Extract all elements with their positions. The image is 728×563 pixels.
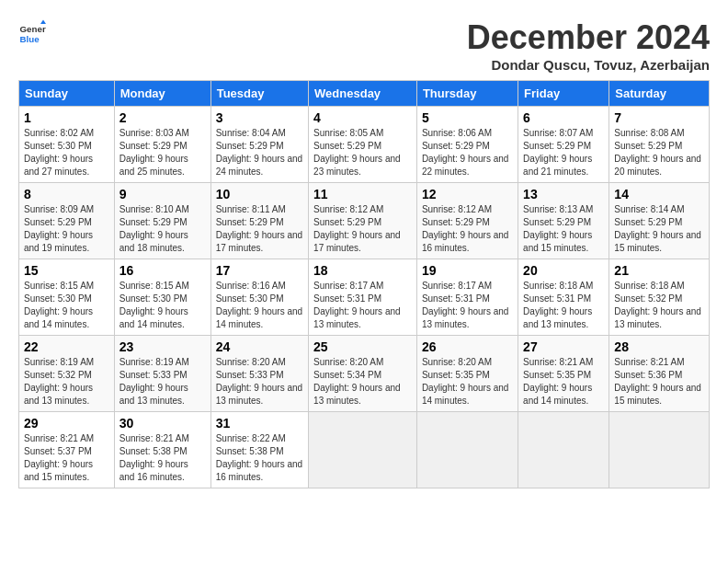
calendar-cell: 22Sunrise: 8:19 AMSunset: 5:32 PMDayligh… (19, 336, 115, 412)
day-info: Sunrise: 8:18 AMSunset: 5:32 PMDaylight:… (614, 280, 704, 331)
calendar-cell: 10Sunrise: 8:11 AMSunset: 5:29 PMDayligh… (210, 183, 308, 259)
calendar-cell: 7Sunrise: 8:08 AMSunset: 5:29 PMDaylight… (609, 107, 710, 183)
calendar-cell: 8Sunrise: 8:09 AMSunset: 5:29 PMDaylight… (19, 183, 115, 259)
calendar-cell: 19Sunrise: 8:17 AMSunset: 5:31 PMDayligh… (416, 259, 518, 336)
calendar-cell: 16Sunrise: 8:15 AMSunset: 5:30 PMDayligh… (114, 259, 210, 336)
calendar-cell: 29Sunrise: 8:21 AMSunset: 5:37 PMDayligh… (19, 412, 115, 488)
calendar-cell: 12Sunrise: 8:12 AMSunset: 5:29 PMDayligh… (416, 183, 518, 259)
day-info: Sunrise: 8:22 AMSunset: 5:38 PMDaylight:… (216, 432, 303, 484)
day-number: 18 (313, 263, 412, 278)
day-number: 14 (614, 187, 704, 201)
day-number: 31 (216, 416, 303, 431)
day-number: 28 (614, 339, 704, 354)
day-number: 23 (119, 339, 206, 354)
svg-text:Blue: Blue (20, 34, 40, 44)
header: General Blue December 2024 Dondar Quscu,… (18, 18, 710, 73)
day-number: 9 (119, 187, 206, 201)
day-info: Sunrise: 8:02 AMSunset: 5:30 PMDaylight:… (24, 127, 109, 178)
logo-icon: General Blue (18, 18, 46, 46)
calendar-cell: 4Sunrise: 8:05 AMSunset: 5:29 PMDaylight… (309, 107, 417, 183)
calendar-cell: 27Sunrise: 8:21 AMSunset: 5:35 PMDayligh… (518, 336, 609, 412)
calendar-week-1: 1Sunrise: 8:02 AMSunset: 5:30 PMDaylight… (19, 107, 710, 183)
day-info: Sunrise: 8:06 AMSunset: 5:29 PMDaylight:… (422, 127, 513, 178)
calendar-cell: 15Sunrise: 8:15 AMSunset: 5:30 PMDayligh… (19, 259, 115, 336)
day-info: Sunrise: 8:12 AMSunset: 5:29 PMDaylight:… (313, 203, 412, 255)
day-number: 30 (119, 416, 206, 431)
day-header-thursday: Thursday (416, 81, 518, 107)
day-number: 21 (614, 263, 704, 278)
calendar-header-row: SundayMondayTuesdayWednesdayThursdayFrid… (19, 81, 710, 107)
day-number: 15 (24, 263, 109, 278)
svg-text:General: General (20, 24, 47, 34)
day-info: Sunrise: 8:19 AMSunset: 5:33 PMDaylight:… (119, 356, 206, 408)
calendar-cell: 21Sunrise: 8:18 AMSunset: 5:32 PMDayligh… (609, 259, 710, 336)
logo: General Blue (18, 18, 46, 46)
day-header-friday: Friday (518, 81, 609, 107)
day-number: 5 (422, 110, 513, 125)
day-number: 7 (614, 110, 704, 125)
day-header-wednesday: Wednesday (309, 81, 417, 107)
day-number: 1 (24, 110, 109, 125)
calendar-cell: 25Sunrise: 8:20 AMSunset: 5:34 PMDayligh… (309, 336, 417, 412)
day-info: Sunrise: 8:13 AMSunset: 5:29 PMDaylight:… (523, 203, 604, 255)
day-number: 12 (422, 187, 513, 201)
calendar-cell (518, 412, 609, 488)
day-number: 10 (216, 187, 303, 201)
day-info: Sunrise: 8:21 AMSunset: 5:38 PMDaylight:… (119, 432, 206, 484)
day-header-tuesday: Tuesday (210, 81, 308, 107)
day-info: Sunrise: 8:21 AMSunset: 5:37 PMDaylight:… (24, 432, 109, 484)
calendar-cell: 6Sunrise: 8:07 AMSunset: 5:29 PMDaylight… (518, 107, 609, 183)
day-number: 20 (523, 263, 604, 278)
day-number: 3 (216, 110, 303, 125)
calendar-week-3: 15Sunrise: 8:15 AMSunset: 5:30 PMDayligh… (19, 259, 710, 336)
day-number: 6 (523, 110, 604, 125)
day-number: 24 (216, 339, 303, 354)
day-info: Sunrise: 8:16 AMSunset: 5:30 PMDaylight:… (216, 280, 303, 331)
day-info: Sunrise: 8:17 AMSunset: 5:31 PMDaylight:… (313, 280, 412, 331)
day-number: 4 (313, 110, 412, 125)
day-number: 13 (523, 187, 604, 201)
day-number: 25 (313, 339, 412, 354)
day-number: 27 (523, 339, 604, 354)
day-header-saturday: Saturday (609, 81, 710, 107)
day-info: Sunrise: 8:04 AMSunset: 5:29 PMDaylight:… (216, 127, 303, 178)
title-area: December 2024 Dondar Quscu, Tovuz, Azerb… (467, 18, 710, 73)
day-info: Sunrise: 8:10 AMSunset: 5:29 PMDaylight:… (119, 203, 206, 255)
calendar-cell: 11Sunrise: 8:12 AMSunset: 5:29 PMDayligh… (309, 183, 417, 259)
day-info: Sunrise: 8:07 AMSunset: 5:29 PMDaylight:… (523, 127, 604, 178)
calendar-cell: 14Sunrise: 8:14 AMSunset: 5:29 PMDayligh… (609, 183, 710, 259)
calendar-cell: 23Sunrise: 8:19 AMSunset: 5:33 PMDayligh… (114, 336, 210, 412)
day-info: Sunrise: 8:05 AMSunset: 5:29 PMDaylight:… (313, 127, 412, 178)
calendar-cell (309, 412, 417, 488)
day-number: 16 (119, 263, 206, 278)
day-info: Sunrise: 8:21 AMSunset: 5:35 PMDaylight:… (523, 356, 604, 408)
calendar-cell: 30Sunrise: 8:21 AMSunset: 5:38 PMDayligh… (114, 412, 210, 488)
day-number: 26 (422, 339, 513, 354)
calendar-cell: 28Sunrise: 8:21 AMSunset: 5:36 PMDayligh… (609, 336, 710, 412)
subtitle: Dondar Quscu, Tovuz, Azerbaijan (467, 57, 710, 73)
month-title: December 2024 (467, 18, 710, 57)
day-number: 19 (422, 263, 513, 278)
calendar-cell: 31Sunrise: 8:22 AMSunset: 5:38 PMDayligh… (210, 412, 308, 488)
calendar-cell: 9Sunrise: 8:10 AMSunset: 5:29 PMDaylight… (114, 183, 210, 259)
day-info: Sunrise: 8:20 AMSunset: 5:34 PMDaylight:… (313, 356, 412, 408)
day-info: Sunrise: 8:03 AMSunset: 5:29 PMDaylight:… (119, 127, 206, 178)
day-number: 2 (119, 110, 206, 125)
day-info: Sunrise: 8:20 AMSunset: 5:35 PMDaylight:… (422, 356, 513, 408)
svg-marker-2 (40, 20, 46, 25)
day-info: Sunrise: 8:12 AMSunset: 5:29 PMDaylight:… (422, 203, 513, 255)
day-header-monday: Monday (114, 81, 210, 107)
calendar-cell: 13Sunrise: 8:13 AMSunset: 5:29 PMDayligh… (518, 183, 609, 259)
day-info: Sunrise: 8:08 AMSunset: 5:29 PMDaylight:… (614, 127, 704, 178)
day-number: 8 (24, 187, 109, 201)
day-info: Sunrise: 8:18 AMSunset: 5:31 PMDaylight:… (523, 280, 604, 331)
day-number: 22 (24, 339, 109, 354)
calendar-week-2: 8Sunrise: 8:09 AMSunset: 5:29 PMDaylight… (19, 183, 710, 259)
day-info: Sunrise: 8:19 AMSunset: 5:32 PMDaylight:… (24, 356, 109, 408)
calendar-cell: 24Sunrise: 8:20 AMSunset: 5:33 PMDayligh… (210, 336, 308, 412)
day-info: Sunrise: 8:14 AMSunset: 5:29 PMDaylight:… (614, 203, 704, 255)
calendar-cell (416, 412, 518, 488)
calendar-table: SundayMondayTuesdayWednesdayThursdayFrid… (18, 80, 710, 488)
calendar-body: 1Sunrise: 8:02 AMSunset: 5:30 PMDaylight… (19, 107, 710, 488)
day-number: 29 (24, 416, 109, 431)
